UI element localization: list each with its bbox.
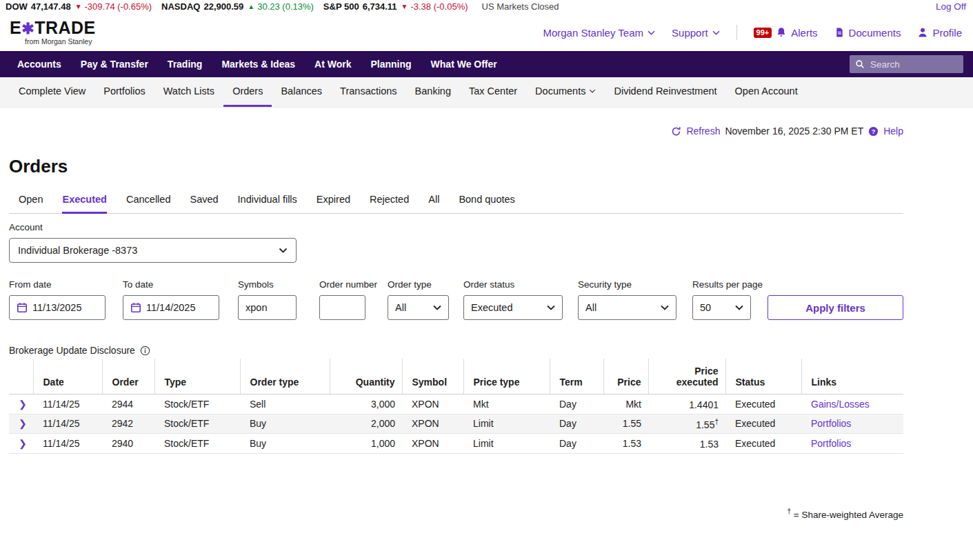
order-number-input[interactable] <box>319 295 365 320</box>
subnav-banking[interactable]: Banking <box>406 77 460 107</box>
cell-order-type: Buy <box>240 434 330 454</box>
apply-filters-button[interactable]: Apply filters <box>768 295 903 320</box>
expand-row-chevron-icon[interactable]: ❯ <box>9 414 33 434</box>
subnav-balances[interactable]: Balances <box>272 77 331 107</box>
results-per-page-select[interactable]: 50 <box>692 295 751 320</box>
to-date-label: To date <box>123 279 219 290</box>
help-icon[interactable]: ? <box>868 126 879 137</box>
subnav-documents[interactable]: Documents <box>526 77 605 107</box>
log-off-link[interactable]: Log Off <box>936 1 966 12</box>
nav-planning[interactable]: Planning <box>361 59 421 70</box>
nav-what-we-offer[interactable]: What We Offer <box>421 59 507 70</box>
cell-price-type: Mkt <box>463 394 550 414</box>
chevron-down-icon <box>279 248 288 253</box>
subnav-tax-center[interactable]: Tax Center <box>460 77 526 107</box>
disclosure-link[interactable]: Brokerage Update Disclosure <box>9 345 135 356</box>
cell-term: Day <box>550 414 603 434</box>
ticker-value: 6,734.11 <box>363 1 397 12</box>
cell-symbol: XPON <box>402 414 463 434</box>
refresh-icon[interactable] <box>671 126 681 137</box>
bell-icon <box>776 27 787 38</box>
cell-status: Executed <box>725 394 801 414</box>
calendar-icon[interactable] <box>130 302 141 313</box>
security-type-label: Security type <box>578 279 676 290</box>
ticker-label: NASDAQ <box>161 1 200 12</box>
nav-pay-transfer[interactable]: Pay & Transfer <box>71 59 158 70</box>
results-per-page-label: Results per page <box>692 279 751 290</box>
order-number-label: Order number <box>319 279 365 290</box>
cell-price-type: Limit <box>463 434 550 454</box>
cell-price: 1.55 <box>603 414 648 434</box>
person-icon <box>917 27 928 38</box>
tab-expired[interactable]: Expired <box>317 194 350 214</box>
tab-all[interactable]: All <box>428 194 439 214</box>
tab-cancelled[interactable]: Cancelled <box>126 194 171 214</box>
security-type-select[interactable]: All <box>578 295 676 320</box>
nav-accounts[interactable]: Accounts <box>8 59 71 70</box>
search-box[interactable] <box>850 55 963 73</box>
alerts-button[interactable]: 99+ Alerts <box>754 27 818 39</box>
tab-saved[interactable]: Saved <box>190 194 218 214</box>
down-arrow-icon: ▼ <box>401 3 408 10</box>
cell-price-executed: 1.53 <box>648 434 725 454</box>
star-icon: ✱ <box>21 20 34 37</box>
cell-symbol: XPON <box>402 434 463 454</box>
morgan-stanley-team-menu[interactable]: Morgan Stanley Team <box>543 27 655 39</box>
primary-nav: Accounts Pay & Transfer Trading Markets … <box>0 51 973 77</box>
subnav-portfolios[interactable]: Portfolios <box>94 77 154 107</box>
col-expand <box>9 359 33 394</box>
subnav-dividend-reinvestment[interactable]: Dividend Reinvestment <box>605 77 725 107</box>
nav-markets-ideas[interactable]: Markets & Ideas <box>212 59 305 70</box>
order-status-label: Order status <box>463 279 563 290</box>
row-link[interactable]: Gains/Losses <box>811 399 870 410</box>
chevron-down-icon <box>433 305 441 310</box>
cell-link: Portfolios <box>801 434 903 454</box>
nav-trading[interactable]: Trading <box>158 59 212 70</box>
subnav-transactions[interactable]: Transactions <box>331 77 405 107</box>
symbols-input[interactable]: xpon <box>238 295 297 320</box>
refresh-link[interactable]: Refresh <box>686 126 720 137</box>
market-status: US Markets Closed <box>482 1 559 12</box>
support-menu[interactable]: Support <box>672 27 720 39</box>
order-status-select[interactable]: Executed <box>463 295 563 320</box>
tab-open[interactable]: Open <box>19 194 43 214</box>
to-date-input[interactable]: 11/14/2025 <box>123 295 219 320</box>
tab-individual-fills[interactable]: Individual fills <box>238 194 297 214</box>
cell-link: Portfolios <box>801 414 903 434</box>
subnav-watch-lists[interactable]: Watch Lists <box>154 77 223 107</box>
from-date-input[interactable]: 11/13/2025 <box>9 295 106 320</box>
help-link[interactable]: Help <box>883 126 903 137</box>
profile-button[interactable]: Profile <box>917 27 962 39</box>
down-arrow-icon: ▼ <box>75 3 82 10</box>
nav-at-work[interactable]: At Work <box>305 59 361 70</box>
documents-button[interactable]: Documents <box>834 27 901 39</box>
cell-price: Mkt <box>603 394 648 414</box>
row-link[interactable]: Portfolios <box>811 418 851 429</box>
cell-symbol: XPON <box>402 394 463 414</box>
site-header: E✱TRADE from Morgan Stanley Morgan Stanl… <box>0 14 973 51</box>
expand-row-chevron-icon[interactable]: ❯ <box>9 434 33 454</box>
ticker-value: 47,147.48 <box>31 1 71 12</box>
account-select[interactable]: Individual Brokerage -8373 <box>9 238 297 263</box>
subnav-orders[interactable]: Orders <box>223 77 272 107</box>
row-link[interactable]: Portfolios <box>811 438 851 449</box>
subnav-complete-view[interactable]: Complete View <box>10 77 94 107</box>
tab-rejected[interactable]: Rejected <box>370 194 409 214</box>
calendar-icon[interactable] <box>17 302 28 313</box>
symbols-label: Symbols <box>238 279 297 290</box>
info-icon[interactable] <box>140 346 150 356</box>
order-type-select[interactable]: All <box>388 295 449 320</box>
table-row: ❯ 11/14/25 2942 Stock/ETF Buy 2,000 XPON… <box>9 414 903 434</box>
expand-row-chevron-icon[interactable]: ❯ <box>9 394 33 414</box>
cell-quantity: 2,000 <box>330 414 402 434</box>
cell-quantity: 1,000 <box>330 434 402 454</box>
subnav-open-account[interactable]: Open Account <box>726 77 807 107</box>
tab-bond-quotes[interactable]: Bond quotes <box>459 194 514 214</box>
search-input[interactable] <box>869 59 958 70</box>
cell-order-type: Buy <box>240 414 330 434</box>
etrade-logo[interactable]: E✱TRADE from Morgan Stanley <box>10 19 96 46</box>
col-quantity: Quantity <box>330 359 402 394</box>
ticker-value: 22,900.59 <box>203 1 243 12</box>
tab-executed[interactable]: Executed <box>62 194 106 214</box>
to-date-value: 11/14/2025 <box>146 302 196 313</box>
